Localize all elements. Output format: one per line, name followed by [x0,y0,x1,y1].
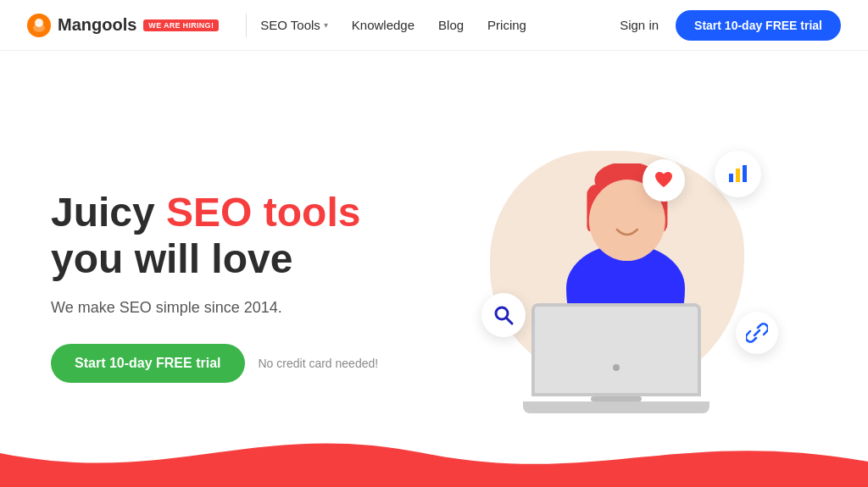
heart-svg [653,169,675,191]
laptop-illustration [523,303,709,413]
svg-point-2 [35,19,43,27]
nav-right: Sign in Start 10-day FREE trial [620,10,841,41]
no-cc-text: No credit card needed! [259,357,379,370]
chevron-down-icon: ▾ [324,20,328,30]
hero-cta-button[interactable]: Start 10-day FREE trial [51,344,245,383]
hero-title-part1: Juicy [51,190,166,235]
nav-blog[interactable]: Blog [438,18,464,32]
nav-divider [246,14,247,37]
float-search-icon [481,293,526,337]
float-chart-icon [715,151,761,197]
hero-section: Juicy SEO toolsyou will love We make SEO… [0,51,868,487]
hiring-badge: We are hiring! [143,19,219,31]
illustration [465,134,787,439]
sign-in-button[interactable]: Sign in [620,18,659,32]
svg-rect-8 [729,174,733,182]
nav-pricing[interactable]: Pricing [487,18,526,32]
float-heart-icon [643,159,685,202]
svg-rect-10 [743,165,747,182]
laptop-base [523,401,709,413]
svg-rect-9 [736,169,740,182]
nav-links: SEO Tools ▾ Knowledge Blog Pricing [260,18,620,32]
hero-title: Juicy SEO toolsyou will love [51,189,434,282]
search-svg [492,304,515,326]
link-svg [746,322,768,344]
chart-svg [726,162,750,185]
hero-title-part2: you will love [51,236,292,281]
hero-left: Juicy SEO toolsyou will love We make SEO… [51,189,434,383]
webcam-dot [613,364,620,371]
hero-title-highlight: SEO tools [166,190,360,235]
nav-seo-tools[interactable]: SEO Tools ▾ [260,18,328,32]
svg-line-12 [506,318,512,324]
bottom-wave [0,419,868,487]
navbar: Mangools We are hiring! SEO Tools ▾ Know… [0,0,868,51]
hero-subtitle: We make SEO simple since 2014. [51,299,434,317]
logo-text: Mangools [58,15,136,35]
logo-area: Mangools We are hiring! [27,14,219,37]
cta-row: Start 10-day FREE trial No credit card n… [51,344,434,383]
nav-trial-button[interactable]: Start 10-day FREE trial [676,10,841,41]
nav-knowledge[interactable]: Knowledge [352,18,415,32]
laptop-screen [531,303,701,396]
float-link-icon [736,312,778,354]
mangools-logo-icon [27,14,51,37]
